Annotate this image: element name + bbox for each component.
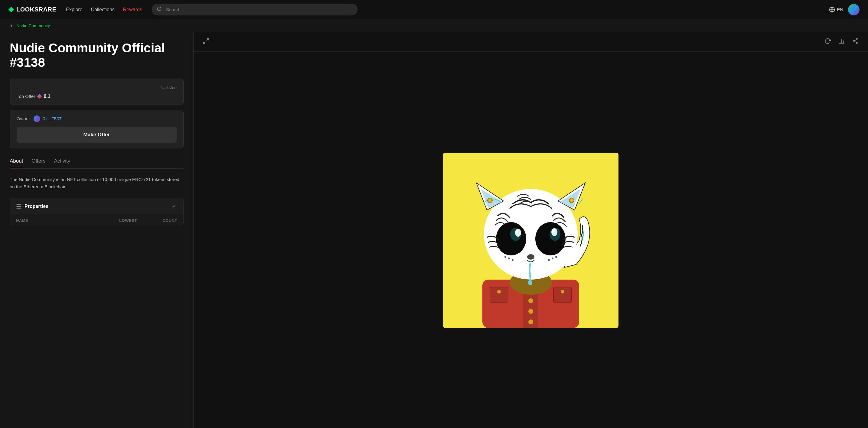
nav-explore[interactable]: Explore	[66, 7, 82, 12]
chart-icon	[838, 38, 845, 44]
svg-line-13	[855, 41, 857, 43]
svg-point-20	[528, 298, 533, 303]
svg-point-42	[535, 222, 565, 255]
svg-point-41	[496, 222, 526, 255]
share-button[interactable]	[850, 36, 861, 48]
tab-activity[interactable]: Activity	[54, 158, 70, 168]
eth-diamond-icon	[37, 94, 42, 99]
svg-point-52	[508, 258, 510, 259]
logo[interactable]: LOOKSRARE	[8, 6, 56, 13]
tab-about[interactable]: About	[10, 158, 23, 168]
breadcrumb-collection-link[interactable]: Nudie Community	[16, 23, 50, 28]
svg-line-4	[207, 39, 208, 40]
prop-col-lowest-header: Lowest	[97, 218, 137, 223]
make-offer-button[interactable]: Make Offer	[17, 127, 177, 143]
brand-name: LOOKSRARE	[16, 6, 56, 13]
properties-section: ☰ Properties Name Lowest Count	[10, 198, 184, 226]
price-row: - Unlisted	[17, 84, 177, 91]
right-panel	[193, 32, 868, 428]
properties-label: Properties	[25, 204, 49, 209]
svg-point-25	[497, 290, 501, 294]
breadcrumb: Nudie Community	[0, 19, 868, 32]
nft-title: Nudie Community Official #3138	[10, 41, 184, 70]
nav-collections[interactable]: Collections	[91, 7, 115, 12]
svg-point-48	[552, 230, 555, 233]
owner-address-link[interactable]: 0x...F507	[43, 116, 62, 121]
unlisted-badge: Unlisted	[161, 85, 177, 90]
language-label: EN	[837, 7, 843, 12]
nav-rewards[interactable]: Rewards	[123, 7, 142, 12]
navbar: LOOKSRARE Explore Collections Rewards EN	[0, 0, 868, 19]
nft-title-section: Nudie Community Official #3138	[0, 32, 193, 76]
svg-line-5	[204, 42, 205, 43]
img-tools-right	[823, 36, 861, 48]
svg-point-49	[527, 254, 534, 260]
properties-icon: ☰	[16, 203, 22, 210]
image-toolbar	[193, 32, 868, 52]
owner-avatar-icon	[34, 116, 40, 122]
price-dash: -	[17, 84, 19, 91]
owner-card: Owner: 0x...F507 Make Offer	[10, 110, 184, 149]
svg-rect-24	[554, 287, 571, 302]
share-icon	[852, 38, 859, 44]
prop-col-count-header: Count	[137, 218, 177, 223]
back-icon	[8, 23, 14, 28]
properties-table-header: Name Lowest Count	[10, 215, 183, 226]
properties-header[interactable]: ☰ Properties	[10, 198, 183, 215]
about-description: The Nudie Community is an NFT collection…	[0, 169, 193, 198]
properties-header-left: ☰ Properties	[16, 203, 49, 210]
svg-point-22	[528, 320, 533, 324]
search-bar	[152, 4, 358, 15]
owner-label: Owner:	[17, 116, 31, 121]
language-button[interactable]: EN	[829, 7, 843, 13]
svg-point-11	[853, 40, 855, 42]
main-layout: Nudie Community Official #3138 - Unliste…	[0, 32, 868, 428]
globe-icon	[829, 7, 835, 13]
price-card: - Unlisted Top Offer 0.1	[10, 78, 184, 105]
left-panel: Nudie Community Official #3138 - Unliste…	[0, 32, 193, 428]
svg-point-0	[157, 7, 161, 10]
svg-point-47	[515, 230, 518, 233]
nav-links: Explore Collections Rewards	[66, 7, 142, 12]
logo-diamond-icon	[8, 7, 14, 12]
expand-icon	[203, 38, 209, 44]
svg-line-1	[160, 10, 161, 11]
svg-point-26	[561, 290, 564, 294]
search-icon	[157, 6, 162, 13]
top-offer: Top Offer 0.1	[17, 94, 177, 99]
svg-point-51	[512, 259, 514, 261]
svg-rect-23	[490, 287, 508, 302]
nft-artwork	[443, 153, 619, 328]
refresh-button[interactable]	[823, 36, 833, 48]
svg-point-12	[857, 42, 858, 44]
expand-button[interactable]	[201, 36, 211, 48]
top-offer-label: Top Offer	[17, 94, 35, 99]
nav-right: EN	[829, 4, 860, 15]
svg-point-50	[528, 280, 532, 285]
search-input[interactable]	[152, 4, 358, 15]
chart-button[interactable]	[837, 36, 847, 48]
user-avatar[interactable]	[848, 4, 860, 15]
svg-point-40	[570, 199, 573, 202]
svg-point-56	[555, 256, 557, 258]
nft-image-wrapper	[443, 153, 619, 328]
refresh-icon	[825, 38, 831, 44]
tabs-section: About Offers Activity	[10, 158, 184, 169]
svg-point-53	[504, 256, 506, 258]
svg-point-38	[489, 199, 491, 202]
chevron-up-icon	[171, 203, 177, 209]
top-offer-value: 0.1	[43, 94, 50, 99]
svg-point-55	[552, 258, 554, 259]
svg-point-54	[548, 259, 550, 261]
owner-row: Owner: 0x...F507	[17, 116, 177, 122]
prop-col-name-header: Name	[16, 218, 97, 223]
svg-point-10	[857, 38, 858, 40]
tab-offers[interactable]: Offers	[31, 158, 45, 168]
nft-image-container	[193, 52, 868, 428]
svg-line-14	[855, 40, 857, 41]
svg-point-21	[528, 309, 533, 314]
